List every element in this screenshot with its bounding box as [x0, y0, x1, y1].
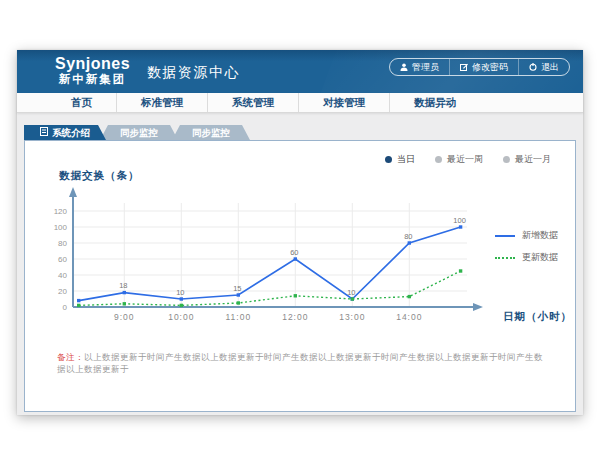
logo: Synjones 新中新集团: [55, 56, 130, 86]
svg-text:9:00: 9:00: [114, 312, 135, 322]
tab-sync-monitor-1[interactable]: 同步监控: [100, 125, 178, 140]
svg-text:10: 10: [176, 288, 184, 297]
user-actions: 管理员 修改密码 退出: [389, 58, 570, 76]
svg-text:13:00: 13:00: [339, 312, 365, 322]
document-icon: [40, 125, 48, 140]
svg-text:18: 18: [119, 281, 127, 290]
time-range-filter: 当日 最近一周 最近一月: [385, 153, 551, 166]
svg-text:10:00: 10:00: [168, 312, 194, 322]
svg-text:80: 80: [404, 232, 412, 241]
svg-text:60: 60: [290, 248, 298, 257]
svg-text:10: 10: [347, 288, 355, 297]
legend-item[interactable]: 新增数据: [495, 229, 558, 242]
content-area: 系统介绍 同步监控 同步监控 当日 最近一周: [17, 113, 583, 415]
svg-text:100: 100: [54, 223, 68, 232]
nav-item-system-mgmt[interactable]: 系统管理: [207, 93, 298, 112]
logout-button[interactable]: 退出: [518, 59, 569, 75]
nav-item-data-change[interactable]: 数据异动: [389, 93, 480, 112]
chart-legend: 新增数据更新数据: [495, 229, 558, 264]
logo-primary: Synjones: [55, 56, 130, 72]
nav-item-home[interactable]: 首页: [47, 93, 116, 112]
legend-label: 更新数据: [522, 251, 558, 264]
legend-swatch: [495, 235, 515, 237]
note-prefix: 备注：: [57, 352, 84, 362]
header: Synjones 新中新集团 数据资源中心 管理员 修改密码 退出: [17, 50, 583, 93]
tab-sync-monitor-2[interactable]: 同步监控: [172, 125, 250, 140]
user-icon: [400, 63, 408, 71]
power-icon: [529, 63, 537, 71]
page-title: 数据资源中心: [147, 64, 240, 82]
chart-x-axis-title: 日期（小时）: [503, 310, 572, 324]
svg-text:12:00: 12:00: [282, 312, 308, 322]
edit-password-button[interactable]: 修改密码: [449, 59, 518, 75]
radio-option-today[interactable]: 当日: [385, 153, 415, 166]
svg-text:60: 60: [58, 255, 67, 264]
svg-text:80: 80: [58, 239, 67, 248]
panel: 当日 最近一周 最近一月 数据交换（条） 0204060801001209:00…: [24, 140, 576, 412]
svg-text:100: 100: [453, 216, 466, 225]
radio-dot: [503, 156, 510, 163]
radio-option-last-month[interactable]: 最近一月: [503, 153, 551, 166]
legend-swatch: [495, 257, 515, 259]
nav-item-standard-mgmt[interactable]: 标准管理: [116, 93, 207, 112]
svg-text:15: 15: [233, 284, 241, 293]
note-text: 以上数据更新于时间产生数据以上数据更新于时间产生数据以上数据更新于时间产生数据以…: [57, 352, 543, 374]
svg-text:120: 120: [54, 207, 68, 216]
logo-secondary: 新中新集团: [55, 72, 130, 86]
svg-text:40: 40: [58, 271, 67, 280]
radio-dot: [385, 156, 392, 163]
radio-option-last-week[interactable]: 最近一周: [435, 153, 483, 166]
tab-system-intro[interactable]: 系统介绍: [24, 125, 106, 140]
svg-text:20: 20: [58, 287, 67, 296]
app-window: Synjones 新中新集团 数据资源中心 管理员 修改密码 退出: [17, 50, 583, 415]
edit-icon: [460, 63, 468, 71]
footer-note: 备注：以上数据更新于时间产生数据以上数据更新于时间产生数据以上数据更新于时间产生…: [57, 351, 547, 375]
main-nav: 首页 标准管理 系统管理 对接管理 数据异动: [17, 93, 583, 113]
svg-text:0: 0: [63, 303, 68, 312]
radio-dot: [435, 156, 442, 163]
legend-item[interactable]: 更新数据: [495, 251, 558, 264]
user-button[interactable]: 管理员: [390, 59, 449, 75]
svg-text:11:00: 11:00: [225, 312, 251, 322]
legend-label: 新增数据: [522, 229, 558, 242]
nav-item-interface-mgmt[interactable]: 对接管理: [298, 93, 389, 112]
svg-text:14:00: 14:00: [396, 312, 422, 322]
tab-bar: 系统介绍 同步监控 同步监控: [24, 125, 250, 140]
